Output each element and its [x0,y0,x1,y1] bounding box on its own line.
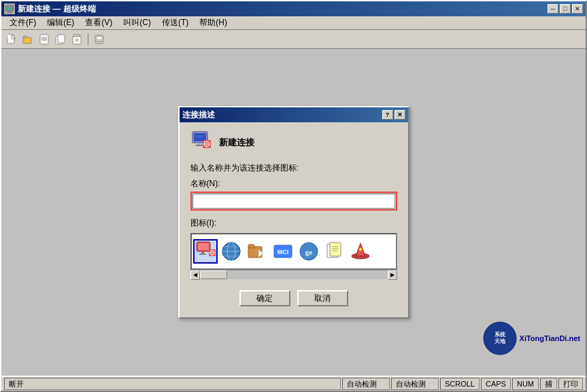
svg-rect-7 [23,36,27,38]
toolbar-props-btn[interactable] [37,32,52,47]
svg-rect-36 [199,253,206,255]
status-bar: 断开 自动检测 自动检测 SCROLL CAPS NUM 捕 打印 [1,376,586,391]
svg-point-22 [101,41,102,42]
dialog-title-buttons: ? ✕ [382,110,405,120]
icon-item-5[interactable]: ge [297,239,321,264]
ok-button[interactable]: 确定 [239,290,290,306]
title-bar: 新建连接 — 超级终端 ─ □ ✕ [1,1,586,16]
menu-call[interactable]: 叫叫(C) [118,16,156,30]
status-panel-capture: 捕 [540,378,557,390]
status-panel-autodetect1: 自动检测 [342,378,390,390]
watermark-url: XiTongTianDi.net [520,334,580,342]
svg-rect-1 [7,7,12,10]
svg-rect-8 [40,35,48,44]
toolbar-paste-btn[interactable] [69,32,84,47]
toolbar-separator [88,33,88,46]
svg-text:ge: ge [305,248,312,256]
cancel-button[interactable]: 取消 [297,290,348,306]
toolbar-open-btn[interactable] [20,32,35,47]
dialog-prompt: 输入名称并为该连接选择图标: [190,162,397,174]
connection-dialog: 连接描述 ? ✕ [178,106,409,319]
icon-item-7[interactable] [348,239,373,264]
menu-file[interactable]: 文件(F) [4,16,41,30]
svg-rect-5 [7,35,12,39]
status-panel-autodetect2: 自动检测 [391,378,439,390]
svg-rect-25 [198,143,201,145]
main-window: 新建连接 — 超级终端 ─ □ ✕ 文件(F) 编辑(E) 查看(V) 叫叫(C… [0,0,587,392]
minimize-button[interactable]: ─ [548,4,558,14]
status-panel-disconnect: 断开 [4,378,341,390]
toolbar [1,30,586,49]
svg-rect-13 [58,35,65,43]
icon-items: MCI ge [193,239,395,264]
title-buttons: ─ □ ✕ [548,4,583,14]
menu-view[interactable]: 查看(V) [80,16,118,30]
svg-point-21 [99,41,100,42]
icon-scrollbar-h: ◀ ▶ [190,270,397,279]
menu-transfer[interactable]: 传送(T) [156,16,194,30]
icon-label: 图标(I): [190,217,397,229]
dialog-header-title: 新建连接 [219,137,254,149]
icon-item-1[interactable] [193,239,218,264]
svg-point-20 [97,41,98,42]
status-panel-scroll: SCROLL [440,378,480,390]
menu-bar: 文件(F) 编辑(E) 查看(V) 叫叫(C) 传送(T) 帮助(H) [1,16,586,30]
status-panel-num: NUM [512,378,539,390]
scrollbar-left-btn[interactable]: ◀ [190,270,200,280]
name-label: 名称(N): [190,178,397,190]
icon-item-2[interactable] [219,239,244,264]
name-input-wrapper [190,192,397,211]
svg-text:MCI: MCI [277,249,288,255]
icon-field-container: 图标(I): [190,217,397,279]
watermark: 系统 天地 XiTongTianDi.net [483,321,580,355]
svg-rect-2 [8,11,11,12]
icon-item-3[interactable] [245,239,269,264]
toolbar-copy-btn[interactable] [53,32,68,47]
dialog-help-button[interactable]: ? [382,110,393,120]
close-button[interactable]: ✕ [572,4,583,14]
svg-rect-19 [97,37,102,39]
icon-selector: MCI ge [190,233,397,270]
maximize-button[interactable]: □ [560,4,571,14]
svg-rect-48 [248,245,254,248]
svg-rect-34 [198,243,209,250]
svg-point-61 [359,248,362,251]
dialog-content: 新建连接 输入名称并为该连接选择图标: 名称(N): 图标(I): [180,122,408,317]
menu-edit[interactable]: 编辑(E) [41,16,80,30]
svg-rect-26 [195,145,203,146]
dialog-buttons: 确定 取消 [190,287,397,309]
svg-rect-55 [330,243,341,256]
status-panel-caps: CAPS [481,378,511,390]
scrollbar-track[interactable] [200,270,388,279]
dialog-header-icon [190,130,212,154]
dialog-title-bar: 连接描述 ? ✕ [180,107,408,122]
svg-rect-35 [201,251,204,253]
content-area: 连接描述 ? ✕ [1,49,586,376]
name-field-container: 名称(N): [190,178,397,211]
dialog-title: 连接描述 [182,109,215,121]
name-input[interactable] [192,194,395,209]
title-bar-left: 新建连接 — 超级终端 [4,3,96,15]
dialog-close-button[interactable]: ✕ [395,110,405,120]
dialog-header: 新建连接 [190,130,397,154]
svg-text:天地: 天地 [494,338,506,344]
scrollbar-right-btn[interactable]: ▶ [388,270,397,280]
toolbar-new-btn[interactable] [4,32,19,47]
window-title: 新建连接 — 超级终端 [18,3,96,15]
toolbar-dial-btn[interactable] [92,32,107,47]
status-panel-print: 打印 [558,378,583,390]
svg-rect-3 [7,12,12,13]
icon-item-6[interactable] [322,239,347,264]
svg-text:系统: 系统 [494,331,506,338]
app-icon [4,3,15,14]
watermark-logo: 系统 天地 [483,321,517,355]
icon-item-4[interactable]: MCI [271,239,295,264]
menu-help[interactable]: 帮助(H) [194,16,233,30]
